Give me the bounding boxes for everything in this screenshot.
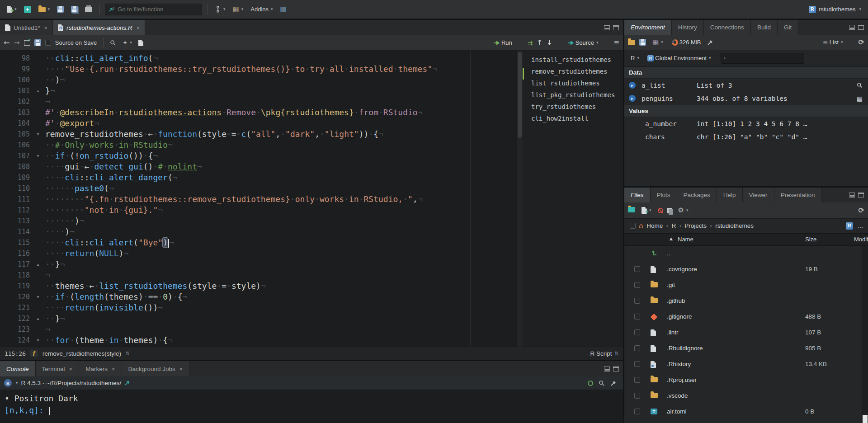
inspect-icon[interactable] <box>857 82 863 88</box>
code-line[interactable]: 122▴··}¬ <box>0 313 517 324</box>
files-tab-3[interactable]: Help <box>717 188 743 202</box>
close-icon[interactable]: × <box>179 366 183 372</box>
column-header-size[interactable]: Size <box>805 236 816 243</box>
run-button[interactable]: Run <box>491 38 514 48</box>
minimize-pane-icon[interactable] <box>604 25 610 30</box>
breadcrumb-item[interactable]: R <box>671 222 676 229</box>
file-checkbox[interactable] <box>634 266 640 272</box>
version-control-button[interactable]: ▾ <box>212 4 228 14</box>
code-line[interactable]: 108····gui·←·detect_gui()·#·nolint¬ <box>0 161 517 172</box>
file-name[interactable]: .lintr <box>667 329 679 336</box>
compile-report-icon[interactable] <box>138 40 143 46</box>
document-outline-icon[interactable]: ≡ <box>613 39 619 46</box>
file-checkbox[interactable] <box>634 345 640 351</box>
file-name[interactable]: .gitignore <box>667 313 692 320</box>
minimize-pane-icon[interactable] <box>604 367 610 371</box>
file-name[interactable]: .github <box>667 297 685 304</box>
rename-file-icon[interactable] <box>667 208 672 213</box>
open-directory-icon[interactable] <box>124 380 130 386</box>
file-row[interactable]: .Rhistory13.4 KB <box>624 357 862 372</box>
code-line[interactable]: 98··cli::cli_alert_info(¬ <box>0 53 517 64</box>
goto-file-function-box[interactable] <box>105 4 202 15</box>
environment-search-input[interactable] <box>728 55 801 61</box>
expand-icon[interactable]: ▸ <box>629 95 636 102</box>
source-tab-1[interactable]: rstudiothemes-actions.R× <box>53 20 145 35</box>
find-replace-icon[interactable] <box>110 40 116 46</box>
refresh-icon[interactable]: ⟳ <box>859 39 864 46</box>
code-line[interactable]: 114····)¬ <box>0 226 517 237</box>
view-mode-button[interactable]: ≡ List ▾ <box>821 37 845 47</box>
clear-console-icon[interactable] <box>610 380 617 386</box>
save-button[interactable] <box>55 4 66 14</box>
minimize-pane-icon[interactable] <box>849 193 855 197</box>
file-name[interactable]: .. <box>667 250 670 257</box>
fold-up-icon[interactable]: ▴ <box>33 313 42 324</box>
code-line[interactable]: 112········"not·in·{gui}."¬ <box>0 205 517 216</box>
expand-icon[interactable]: ▸ <box>629 82 636 89</box>
environment-search-box[interactable] <box>721 53 804 64</box>
environment-object-row[interactable]: a_numberint [1:10] 1 2 3 4 5 6 7 8 … <box>624 117 868 130</box>
delete-file-icon[interactable] <box>658 208 663 213</box>
code-line[interactable]: 101▴}¬ <box>0 85 517 96</box>
new-folder-button[interactable] <box>628 207 635 214</box>
project-menu-button[interactable]: R rstudiothemes ▾ <box>807 4 863 15</box>
code-line[interactable]: 120▾··if·(length(themes)·==·0)·{¬ <box>0 291 517 302</box>
file-name[interactable]: .Rproj.user <box>667 376 697 383</box>
open-new-window-icon[interactable] <box>24 40 30 46</box>
code-line[interactable]: 117▴··}¬ <box>0 259 517 270</box>
code-line[interactable]: 106··#·Only·works·in·RStudio¬ <box>0 140 517 150</box>
code-line[interactable]: 113······)¬ <box>0 216 517 226</box>
code-line[interactable]: 107▾··if·(!on_rstudio())·{¬ <box>0 150 517 161</box>
editor-scrollbar[interactable] <box>516 51 523 347</box>
files-tab-0[interactable]: Files <box>624 188 651 202</box>
close-icon[interactable]: × <box>69 366 73 372</box>
source-button[interactable]: Source ▾ <box>566 38 601 48</box>
environment-selector[interactable]: R Global Environment ▾ <box>645 53 713 63</box>
fold-down-icon[interactable]: ▾ <box>33 335 42 346</box>
code-lines[interactable]: 98··cli::cli_alert_info(¬99····"Use·{.ru… <box>0 51 517 347</box>
file-checkbox[interactable] <box>634 314 640 320</box>
close-icon[interactable]: × <box>137 24 140 31</box>
close-icon[interactable]: × <box>44 24 48 31</box>
code-line[interactable]: 109····cli::cli_alert_danger(¬ <box>0 172 517 183</box>
files-scrollbar[interactable] <box>862 246 868 423</box>
console-tab-3[interactable]: Background Jobs× <box>122 361 190 376</box>
file-checkbox[interactable] <box>634 377 640 383</box>
maximize-pane-icon[interactable] <box>858 25 864 30</box>
pane-layout-button[interactable]: ▥ <box>278 4 289 14</box>
file-checkbox[interactable] <box>634 361 640 367</box>
outline-item[interactable]: try_rstudiothemes <box>523 103 623 115</box>
column-header-modified[interactable]: Modified <box>854 236 868 243</box>
new-file-button[interactable]: + ▾ <box>5 4 19 14</box>
file-row[interactable]: .Rproj.user <box>624 372 862 388</box>
close-icon[interactable]: × <box>112 366 115 372</box>
save-icon[interactable] <box>34 39 41 46</box>
scope-selector[interactable]: remove_rstudiothemes(style) <box>42 350 121 357</box>
print-button[interactable] <box>83 5 94 14</box>
r-logo-icon[interactable]: R <box>4 379 12 387</box>
console-output[interactable]: • Positron Dark[n,k,q]: <box>0 390 623 419</box>
file-row[interactable]: Tair.toml0 B <box>624 404 862 420</box>
file-row[interactable]: .vscode <box>624 388 862 404</box>
files-tab-2[interactable]: Packages <box>677 188 717 202</box>
file-row[interactable]: .gitignore488 B <box>624 309 862 325</box>
fold-down-icon[interactable]: ▾ <box>33 150 42 161</box>
file-name[interactable]: .vscode <box>667 392 688 399</box>
environment-object-row[interactable]: ▸a_listList of 3 <box>624 79 868 92</box>
breadcrumb-item[interactable]: Home <box>646 222 663 229</box>
fold-up-icon[interactable]: ▴ <box>33 85 42 96</box>
console-tab-1[interactable]: Terminal× <box>36 361 80 376</box>
code-line[interactable]: 119··themes·←·list_rstudiothemes(style·=… <box>0 281 517 291</box>
code-line[interactable]: 121····return(invisible())¬ <box>0 302 517 313</box>
previous-section-icon[interactable]: ↑ <box>537 39 543 46</box>
environment-tab-0[interactable]: Environment <box>624 20 672 35</box>
code-line[interactable]: 115····cli::cli_alert("Bye")¬ <box>0 237 517 248</box>
clear-workspace-icon[interactable] <box>707 39 714 46</box>
refresh-icon[interactable]: ⟳ <box>859 207 864 214</box>
search-icon[interactable] <box>599 380 605 386</box>
file-name[interactable]: .Rhistory <box>667 361 691 367</box>
outline-item[interactable]: list_pkg_rstudiothemes <box>523 91 623 103</box>
environment-object-row[interactable]: ▸penguins344 obs. of 8 variables▦ <box>624 92 868 105</box>
file-type-selector[interactable]: R Script ⇅ <box>590 350 618 357</box>
code-line[interactable]: 123¬ <box>0 324 517 335</box>
